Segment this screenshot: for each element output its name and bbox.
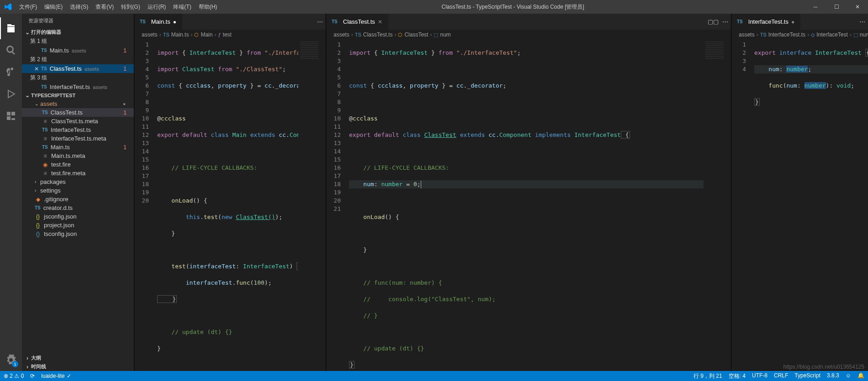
statusbar: ⊗ 2 ⚠ 0 ⟳ luaide-lite 行 9，列 21 空格: 4 UTF…	[0, 371, 868, 381]
status-errors[interactable]: ⊗ 2 ⚠ 0	[4, 373, 24, 379]
breadcrumb-main[interactable]: assets› TSMain.ts› ⬡Main› ƒtest	[134, 30, 326, 40]
editor-group-interfacetest: TSInterfaceTest.ts● ⋯ assets› TSInterfac…	[731, 14, 868, 371]
menu-help[interactable]: 帮助(H)	[195, 0, 221, 14]
tab-main[interactable]: TSMain.ts●	[134, 14, 182, 30]
file-main-meta[interactable]: ≡Main.ts.meta	[22, 151, 134, 160]
status-language[interactable]: TypeScript	[794, 372, 820, 380]
status-luaide[interactable]: luaide-lite	[41, 373, 71, 379]
file-creator[interactable]: TScreator.d.ts	[22, 204, 134, 212]
search-icon[interactable]	[0, 39, 22, 61]
file-testfire[interactable]: ◉test.fire	[22, 160, 134, 169]
gutter-classtest: 123456789101112131415161718192021	[326, 40, 349, 371]
file-interfacetest[interactable]: TSInterfaceTest.ts	[22, 125, 134, 134]
breadcrumb-classtest[interactable]: assets› TSClassTest.ts› ⬡ClassTest› ⬚num	[326, 30, 731, 40]
status-tsversion[interactable]: 3.8.3	[827, 372, 839, 380]
editor-group-2: 第 2 组	[22, 55, 134, 64]
explorer-icon[interactable]	[0, 17, 22, 39]
open-editor-main[interactable]: TSMain.tsassets1	[22, 46, 134, 55]
scm-icon[interactable]	[0, 61, 22, 83]
file-classtest[interactable]: TSClassTest.ts1	[22, 108, 134, 117]
menu-goto[interactable]: 转到(G)	[117, 0, 143, 14]
code-interfacetest[interactable]: export interface InterfaceTest { num: nu…	[754, 40, 868, 371]
close-tab-icon[interactable]: ✕	[378, 19, 382, 25]
folder-settings[interactable]: ›settings	[22, 186, 134, 195]
minimize-button[interactable]: ─	[805, 0, 826, 14]
open-editor-interfacetest[interactable]: TSInterfaceTest.tsassets	[22, 83, 134, 91]
extensions-icon[interactable]	[0, 105, 22, 127]
minimap-classtest[interactable]	[704, 40, 731, 371]
status-bell-icon[interactable]: 🔔	[857, 372, 864, 380]
menu-run[interactable]: 运行(R)	[144, 0, 170, 14]
editor-group-classtest: TSClassTest.ts✕ ▢▢⋯ assets› TSClassTest.…	[326, 14, 731, 371]
maximize-button[interactable]: ☐	[826, 0, 847, 14]
breadcrumb-interfacetest[interactable]: assets› TSInterfaceTest.ts› ◇InterfaceTe…	[731, 30, 868, 40]
status-encoding[interactable]: UTF-8	[752, 372, 767, 380]
tab-classtest[interactable]: TSClassTest.ts✕	[326, 14, 388, 30]
settings-icon[interactable]: 1	[0, 349, 22, 371]
activitybar: 1	[0, 14, 22, 371]
status-remote[interactable]: ⟳	[30, 373, 35, 379]
file-main[interactable]: TSMain.ts1	[22, 143, 134, 151]
close-button[interactable]: ✕	[847, 0, 868, 14]
file-gitignore[interactable]: ◆.gitignore	[22, 195, 134, 204]
editor-more-icon[interactable]: ⋯	[722, 18, 728, 25]
code-main[interactable]: import { InterfaceTest } from "./Interfa…	[157, 40, 298, 371]
editor-group-3: 第 3 组	[22, 73, 134, 83]
file-interfacetest-meta[interactable]: ≡InterfaceTest.ts.meta	[22, 134, 134, 143]
menu-select[interactable]: 选择(S)	[66, 0, 92, 14]
vscode-logo-icon	[4, 3, 12, 11]
split-editor-icon[interactable]: ▢▢	[708, 18, 719, 25]
open-editors-section[interactable]: ⌄打开的编辑器	[22, 28, 134, 37]
folder-packages[interactable]: ›packages	[22, 177, 134, 186]
file-tsconfig[interactable]: {}tsconfig.json	[22, 230, 134, 238]
editor-group-1: 第 1 组	[22, 37, 134, 46]
watermark: https://blog.csdn.net/u013654125	[783, 364, 864, 370]
status-feedback-icon[interactable]: ☺	[846, 372, 851, 380]
status-spaces[interactable]: 空格: 4	[729, 372, 746, 380]
menu-terminal[interactable]: 终端(T)	[169, 0, 195, 14]
timeline-section[interactable]: ›时间线	[22, 362, 134, 371]
code-classtest[interactable]: import { InterfaceTest } from "./Interfa…	[349, 40, 704, 371]
gutter-main: 1234567891011121314151617181920	[134, 40, 157, 371]
menu-view[interactable]: 查看(V)	[92, 0, 117, 14]
menu-edit[interactable]: 编辑(E)	[41, 0, 66, 14]
editor-more-icon[interactable]: ⋯	[317, 18, 323, 25]
menu-file[interactable]: 文件(F)	[16, 0, 41, 14]
minimap-main[interactable]	[298, 40, 326, 371]
folder-assets[interactable]: ⌄assets●	[22, 99, 134, 108]
status-eol[interactable]: CRLF	[774, 372, 788, 380]
sidebar: 资源管理器 ⌄打开的编辑器 第 1 组 TSMain.tsassets1 第 2…	[22, 14, 134, 371]
titlebar: 文件(F) 编辑(E) 选择(S) 查看(V) 转到(G) 运行(R) 终端(T…	[0, 0, 868, 14]
open-editor-classtest[interactable]: ✕TSClassTest.tsassets1	[22, 64, 134, 73]
debug-icon[interactable]	[0, 83, 22, 105]
file-project[interactable]: {}project.json	[22, 221, 134, 230]
workspace-section[interactable]: ⌄TYPESCRIPTTEST	[22, 91, 134, 99]
tab-interfacetest[interactable]: TSInterfaceTest.ts●	[731, 14, 800, 30]
status-ln-col[interactable]: 行 9，列 21	[693, 372, 722, 380]
window-title: ClassTest.ts - TypeScriptTest - Visual S…	[221, 3, 805, 11]
editor-group-main: TSMain.ts● ⋯ assets› TSMain.ts› ⬡Main› ƒ…	[134, 14, 326, 371]
sidebar-title: 资源管理器	[22, 14, 134, 28]
outline-section[interactable]: ›大纲	[22, 354, 134, 362]
editor-more-icon[interactable]: ⋯	[859, 18, 865, 25]
file-jsconfig[interactable]: {}jsconfig.json	[22, 212, 134, 221]
file-testfire-meta[interactable]: ≡test.fire.meta	[22, 169, 134, 177]
gutter-interfacetest: 1234	[731, 40, 754, 371]
file-classtest-meta[interactable]: ≡ClassTest.ts.meta	[22, 117, 134, 125]
